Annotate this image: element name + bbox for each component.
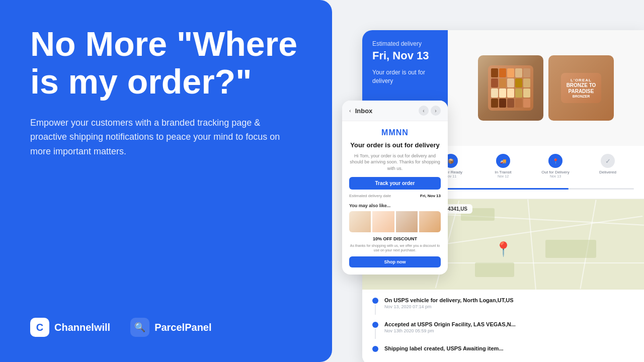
event-item-2: Accepted at USPS Origin Facility, LAS VE… bbox=[372, 321, 634, 339]
palette-color-10 bbox=[523, 78, 530, 87]
step-out-delivery-date: Nov 13 bbox=[550, 174, 561, 178]
palette-color-3 bbox=[507, 68, 514, 77]
sub-text: Empower your customers with a branded tr… bbox=[30, 116, 292, 159]
event-text-3: Shipping label created, USPS Awaiting it… bbox=[384, 345, 634, 352]
loreal-image: L'OREAL BRONZE TOPARADISE BRONZER bbox=[548, 55, 614, 121]
right-panel: ‹ Inbox ‹ › MMNN Your order is out for d… bbox=[332, 0, 644, 362]
brand-parcelpanel: 🔍 ParcelPanel bbox=[130, 318, 211, 337]
palette-color-16 bbox=[491, 99, 498, 108]
step-delivered: ✓ Delivered bbox=[582, 154, 634, 178]
email-card: ‹ Inbox ‹ › MMNN Your order is out for d… bbox=[342, 101, 448, 275]
event-line-1 bbox=[375, 305, 376, 315]
step-in-transit: 🚚 In Transit Nov 12 bbox=[477, 154, 529, 178]
delivery-status: Your order is out for delivery bbox=[372, 68, 438, 85]
track-order-button[interactable]: Track your order bbox=[349, 177, 441, 190]
parcelpanel-icon: 🔍 bbox=[130, 318, 149, 337]
palette-color-9 bbox=[515, 78, 522, 87]
palette-color-17 bbox=[499, 99, 506, 108]
event-dot-2 bbox=[372, 322, 378, 328]
event-dot-col-3 bbox=[372, 345, 378, 352]
step-out-delivery: 📍 Out for Delivery Nov 13 bbox=[529, 154, 582, 178]
step-out-delivery-icon: 📍 bbox=[548, 154, 562, 168]
product-images-area: L'OREAL BRONZE TOPARADISE BRONZER bbox=[448, 30, 644, 146]
map-block-5 bbox=[475, 262, 514, 277]
email-nav: ‹ › bbox=[419, 106, 441, 116]
event-line-2 bbox=[375, 329, 376, 339]
palette-color-4 bbox=[515, 68, 522, 77]
palette-color-8 bbox=[507, 78, 514, 87]
loreal-box: L'OREAL BRONZE TOPARADISE BRONZER bbox=[561, 73, 601, 103]
event-item-3: Shipping label created, USPS Awaiting it… bbox=[372, 345, 634, 352]
email-header: ‹ Inbox ‹ › bbox=[342, 101, 448, 121]
step-in-transit-icon: 🚚 bbox=[496, 154, 510, 168]
product-image-4 bbox=[419, 211, 441, 232]
tracking-events: On USPS vehicle for delivery, North Loga… bbox=[362, 290, 644, 362]
email-body: MMNN Your order is out for delivery Hi T… bbox=[342, 121, 448, 275]
event-text-1: On USPS vehicle for delivery, North Loga… bbox=[384, 297, 634, 309]
palette-color-1 bbox=[491, 68, 498, 77]
step-delivered-label: Delivered bbox=[599, 170, 616, 174]
palette-color-15 bbox=[523, 88, 530, 98]
event-title-2: Accepted at USPS Origin Facility, LAS VE… bbox=[384, 321, 634, 328]
palette-color-13 bbox=[507, 88, 514, 98]
estimated-delivery-label: Estimated delivery bbox=[372, 40, 438, 47]
product-image-3 bbox=[396, 211, 418, 232]
event-time-1: Nov 13, 2020 07:14 pm bbox=[384, 304, 634, 309]
discount-description: As thanks for shopping with us, we offer… bbox=[349, 243, 441, 252]
palette-color-2 bbox=[499, 68, 506, 77]
left-panel: No More "Where is my order?" Empower you… bbox=[0, 0, 332, 362]
loreal-brand: L'OREAL bbox=[565, 78, 597, 82]
palette-color-12 bbox=[499, 88, 506, 98]
event-dot-col-2 bbox=[372, 321, 378, 339]
palette-color-11 bbox=[491, 88, 498, 98]
shop-now-button[interactable]: Shop now bbox=[349, 256, 441, 267]
left-content: No More "Where is my order?" Empower you… bbox=[30, 25, 302, 159]
palette-color-5 bbox=[523, 68, 530, 77]
event-title-1: On USPS vehicle for delivery, North Loga… bbox=[384, 297, 634, 304]
palette-color-19 bbox=[515, 99, 522, 108]
palette-color-20 bbox=[523, 99, 530, 108]
palette-color-18 bbox=[507, 99, 514, 108]
email-order-title: Your order is out for delivery bbox=[349, 141, 441, 150]
step-delivered-icon: ✓ bbox=[601, 154, 615, 168]
product-images bbox=[349, 211, 441, 232]
event-dot-col-1 bbox=[372, 297, 378, 315]
delivery-date: Fri, Nov 13 bbox=[372, 49, 438, 62]
product-makeup-palette bbox=[478, 55, 543, 121]
estimated-delivery-row: Estimated delivery date Fri, Nov 13 bbox=[349, 194, 441, 198]
step-in-transit-label: In Transit bbox=[495, 170, 512, 174]
mmnn-logo: MMNN bbox=[349, 128, 441, 137]
brand-channelwill: C Channelwill bbox=[30, 318, 110, 337]
main-heading: No More "Where is my order?" bbox=[30, 25, 302, 101]
palette-color-7 bbox=[499, 78, 506, 87]
product-image-1 bbox=[349, 211, 371, 232]
channelwill-label: Channelwill bbox=[54, 322, 110, 333]
map-block-4 bbox=[545, 240, 596, 258]
next-email-button[interactable]: › bbox=[431, 106, 441, 116]
step-out-delivery-label: Out for Delivery bbox=[541, 170, 570, 174]
event-dot-3 bbox=[372, 346, 378, 352]
may-also-label: You may also like... bbox=[349, 203, 441, 208]
product-image-2 bbox=[372, 211, 394, 232]
palette-color-6 bbox=[491, 78, 498, 87]
makeup-palette-image bbox=[478, 55, 543, 121]
email-description: Hi Tom, your order is out for delivery a… bbox=[349, 153, 441, 172]
est-delivery-label: Estimated delivery date bbox=[349, 194, 391, 198]
prev-email-button[interactable]: ‹ bbox=[419, 106, 429, 116]
palette-grid bbox=[488, 65, 533, 111]
loreal-sub: BRONZER bbox=[565, 95, 597, 98]
discount-title: 10% OFF DISCOUNT bbox=[349, 236, 441, 241]
product-loreal: L'OREAL BRONZE TOPARADISE BRONZER bbox=[548, 55, 614, 121]
event-title-3: Shipping label created, USPS Awaiting it… bbox=[384, 345, 634, 352]
palette-color-14 bbox=[515, 88, 522, 98]
event-item-1: On USPS vehicle for delivery, North Loga… bbox=[372, 297, 634, 315]
map-road-3 bbox=[527, 199, 536, 289]
est-delivery-date: Fri, Nov 13 bbox=[420, 194, 441, 198]
inbox-label: Inbox bbox=[355, 107, 373, 115]
map-pin-icon: 📍 bbox=[495, 241, 512, 257]
event-dot-1 bbox=[372, 298, 378, 304]
channelwill-icon: C bbox=[30, 318, 49, 337]
loreal-title: BRONZE TOPARADISE bbox=[565, 82, 597, 95]
step-in-transit-date: Nov 12 bbox=[498, 174, 509, 178]
event-text-2: Accepted at USPS Origin Facility, LAS VE… bbox=[384, 321, 634, 333]
